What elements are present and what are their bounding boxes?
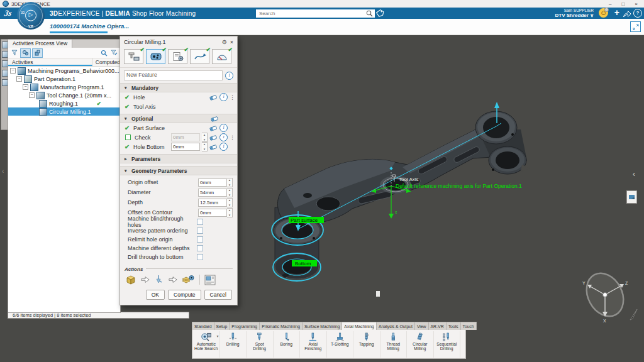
close-button[interactable]: × bbox=[635, 1, 638, 7]
spot-drilling-button[interactable]: Spot Drilling bbox=[247, 331, 274, 358]
section-parameters[interactable]: ▸ Parameters bbox=[120, 154, 237, 163]
spinner[interactable]: ▴▾ bbox=[227, 208, 233, 217]
axial-finishing-button[interactable]: Axial Finishing bbox=[300, 331, 327, 358]
tab-programming[interactable]: Programming bbox=[230, 322, 260, 330]
share-icon[interactable] bbox=[623, 9, 631, 17]
search-icon[interactable] bbox=[366, 10, 373, 17]
resource-view-toggle[interactable] bbox=[32, 48, 43, 58]
column-computed[interactable]: Computed bbox=[92, 58, 120, 66]
fullscreen-toggle-button[interactable] bbox=[630, 21, 641, 32]
dialog-settings-icon[interactable]: ⚙ bbox=[222, 39, 227, 45]
tab-tool[interactable]: ✔ bbox=[124, 49, 143, 64]
spinner[interactable]: ▴▾ bbox=[227, 198, 233, 207]
new-tab-button[interactable]: + bbox=[114, 21, 118, 29]
offset-on-contour-input[interactable]: 0mm bbox=[198, 209, 227, 217]
checkbox[interactable] bbox=[197, 254, 203, 260]
check-offset-field[interactable]: 0mm bbox=[171, 133, 200, 141]
t-slotting-button[interactable]: T-Slotting bbox=[327, 331, 354, 358]
section-geometry-parameters[interactable]: ▾ Geometry Parameters bbox=[120, 166, 237, 175]
collapse-chevron-icon[interactable]: ‹ bbox=[2, 168, 4, 175]
filter-edit-icon[interactable] bbox=[109, 49, 118, 57]
tab-touch[interactable]: Touch bbox=[461, 322, 477, 330]
machined-part-icon[interactable] bbox=[181, 274, 195, 285]
tab-prismatic-machining[interactable]: Prismatic Machining bbox=[260, 322, 303, 330]
part-surface-callout[interactable]: Part surface bbox=[289, 217, 324, 223]
diameter-input[interactable]: 54mm bbox=[198, 189, 227, 197]
automatic-hole-search-button[interactable]: ▾ Automatic Hole Search bbox=[193, 331, 220, 358]
right-panel-chevron-icon[interactable]: ‹ bbox=[633, 170, 635, 178]
eraser-icon[interactable] bbox=[209, 94, 218, 101]
spinner[interactable]: ▴▾ bbox=[202, 142, 208, 151]
section-mandatory[interactable]: ▾ Mandatory bbox=[120, 83, 237, 92]
spinner[interactable]: ▴▾ bbox=[227, 178, 233, 187]
filter-icon[interactable] bbox=[10, 49, 19, 57]
stock-cube-icon[interactable] bbox=[125, 274, 137, 285]
tab-parameters[interactable]: ✔ bbox=[168, 49, 187, 64]
feature-name-input[interactable]: New Feature bbox=[124, 70, 223, 80]
tab-surface-machining[interactable]: Surface Machining bbox=[303, 322, 342, 330]
section-optional[interactable]: ▾ Optional bbox=[120, 114, 237, 123]
bottom-callout[interactable]: Bottom bbox=[292, 260, 317, 266]
check-checkbox[interactable] bbox=[125, 134, 131, 140]
info-icon[interactable]: i bbox=[219, 143, 228, 151]
eraser-icon[interactable] bbox=[211, 116, 219, 122]
tab-analysis-output[interactable]: Analysis & Output bbox=[377, 322, 415, 330]
checkbox[interactable] bbox=[197, 219, 203, 225]
column-activities[interactable]: Activities bbox=[8, 58, 92, 66]
eraser-icon[interactable] bbox=[209, 144, 218, 150]
avatar[interactable]: ☺ bbox=[599, 8, 608, 18]
checkbox[interactable] bbox=[197, 245, 203, 251]
depth-input[interactable]: 12.5mm bbox=[198, 199, 227, 207]
tab-tools[interactable]: Tools bbox=[447, 322, 461, 330]
more-options-icon[interactable]: ⋮ bbox=[230, 134, 233, 141]
user-info[interactable]: Sam SUPPLIER DTV Shredder ∨ bbox=[555, 8, 594, 18]
minimize-button[interactable]: – bbox=[609, 1, 611, 7]
hole-bottom-field[interactable]: 0mm bbox=[171, 143, 200, 151]
display-options-button[interactable] bbox=[626, 190, 637, 204]
tab-geometry[interactable]: ✔ bbox=[146, 49, 165, 64]
tab-activities-process-view[interactable]: Activities Process View bbox=[8, 40, 72, 48]
tag-icon[interactable] bbox=[375, 9, 384, 18]
tab-strategy[interactable]: ✔ bbox=[190, 49, 209, 64]
tab-setup[interactable]: Setup bbox=[214, 322, 230, 330]
info-icon[interactable]: i bbox=[225, 72, 233, 80]
cancel-button[interactable]: Cancel bbox=[204, 290, 232, 300]
checkbox[interactable] bbox=[197, 228, 203, 234]
info-icon[interactable]: i bbox=[219, 133, 228, 141]
boring-button[interactable]: Boring bbox=[274, 331, 301, 358]
help-button[interactable]: ? bbox=[633, 9, 642, 18]
spinner[interactable]: ▴▾ bbox=[227, 188, 233, 197]
tree-row[interactable]: − Part Operation.1 bbox=[8, 75, 120, 83]
origin-offset-input[interactable]: 0mm bbox=[198, 178, 227, 187]
info-icon[interactable]: i bbox=[219, 93, 228, 101]
tree-row[interactable]: − Machining Programs_Behavior000... bbox=[8, 67, 120, 75]
sequential-drilling-button[interactable]: Sequential Drilling bbox=[434, 331, 461, 358]
eraser-icon[interactable] bbox=[209, 125, 218, 131]
dialog-close-icon[interactable]: × bbox=[230, 39, 233, 45]
add-button[interactable]: + bbox=[614, 8, 619, 18]
tab-standard[interactable]: Standard bbox=[192, 322, 214, 330]
simulation-dialog-icon[interactable] bbox=[204, 275, 216, 285]
dialog-title-bar[interactable]: Circular Milling.1 ⚙ × bbox=[120, 36, 237, 47]
circular-milling-button[interactable]: Circular Milling bbox=[407, 331, 434, 358]
info-icon[interactable]: i bbox=[219, 124, 228, 132]
tree-search-icon[interactable] bbox=[99, 49, 108, 57]
thread-milling-button[interactable]: Thread Milling bbox=[380, 331, 408, 358]
tree-row-selected[interactable]: Circular Milling.1 bbox=[8, 107, 120, 116]
drilling-button[interactable]: Drilling bbox=[220, 331, 247, 358]
search-input[interactable] bbox=[258, 10, 366, 17]
expander-icon[interactable]: − bbox=[29, 92, 35, 98]
tree-row[interactable]: Roughing.1 ✔ bbox=[8, 99, 120, 107]
3dcompass[interactable]: 3D ▷ V.R bbox=[17, 2, 45, 30]
tool-path-icon[interactable] bbox=[153, 275, 165, 285]
compass-play-icon[interactable]: ▷ bbox=[25, 10, 36, 21]
ok-button[interactable]: OK bbox=[146, 290, 165, 300]
search-box[interactable] bbox=[256, 9, 375, 18]
process-view-toggle[interactable] bbox=[20, 48, 31, 58]
expander-icon[interactable]: − bbox=[23, 84, 28, 90]
tree-row[interactable]: − Manufacturing Program.1 bbox=[8, 83, 120, 91]
compute-button[interactable]: Compute bbox=[168, 290, 201, 300]
tab-axial-machining[interactable]: Axial Machining bbox=[342, 322, 377, 330]
tab-ar-vr[interactable]: AR-VR bbox=[429, 322, 447, 330]
tab-feeds-speeds[interactable]: ✔ bbox=[212, 49, 231, 64]
